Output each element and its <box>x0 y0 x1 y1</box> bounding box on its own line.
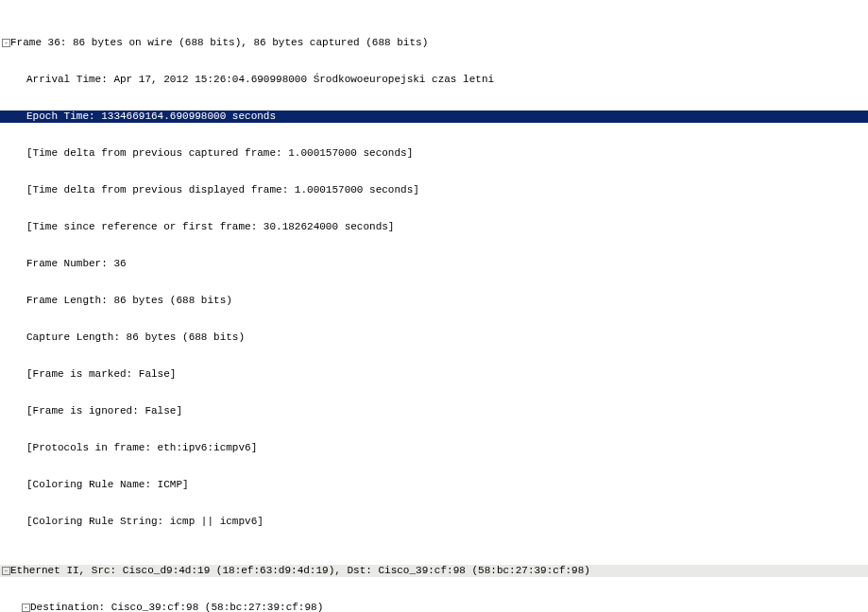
field-protocols[interactable]: [Protocols in frame: eth:ipv6:icmpv6] <box>0 442 868 454</box>
field-capture-length[interactable]: Capture Length: 86 bytes (688 bits) <box>0 332 868 344</box>
field-epoch-time[interactable]: Epoch Time: 1334669164.690998000 seconds <box>0 110 868 123</box>
frame-header[interactable]: - Frame 36: 86 bytes on wire (688 bits),… <box>0 37 868 49</box>
toggle-icon[interactable]: - <box>2 567 10 575</box>
field-coloring-name[interactable]: [Coloring Rule Name: ICMP] <box>0 479 868 491</box>
field-coloring-string[interactable]: [Coloring Rule String: icmp || icmpv6] <box>0 516 868 528</box>
eth-summary: Ethernet II, Src: Cisco_d9:4d:19 (18:ef:… <box>10 565 590 577</box>
eth-destination[interactable]: - Destination: Cisco_39:cf:98 (58:bc:27:… <box>0 602 868 612</box>
field-frame-number[interactable]: Frame Number: 36 <box>0 258 868 270</box>
toggle-icon[interactable]: - <box>2 39 10 47</box>
field-frame-ignored[interactable]: [Frame is ignored: False] <box>0 405 868 417</box>
packet-details-pane[interactable]: - Frame 36: 86 bytes on wire (688 bits),… <box>0 0 868 612</box>
field-time-delta-captured[interactable]: [Time delta from previous captured frame… <box>0 147 868 160</box>
ethernet-header[interactable]: - Ethernet II, Src: Cisco_d9:4d:19 (18:e… <box>0 565 868 577</box>
field-time-delta-displayed[interactable]: [Time delta from previous displayed fram… <box>0 184 868 196</box>
toggle-icon[interactable]: - <box>22 604 30 612</box>
field-frame-marked[interactable]: [Frame is marked: False] <box>0 368 868 381</box>
field-frame-length[interactable]: Frame Length: 86 bytes (688 bits) <box>0 295 868 307</box>
frame-summary: Frame 36: 86 bytes on wire (688 bits), 8… <box>10 37 428 49</box>
field-arrival-time[interactable]: Arrival Time: Apr 17, 2012 15:26:04.6909… <box>0 74 868 86</box>
field-time-since-ref[interactable]: [Time since reference or first frame: 30… <box>0 221 868 233</box>
